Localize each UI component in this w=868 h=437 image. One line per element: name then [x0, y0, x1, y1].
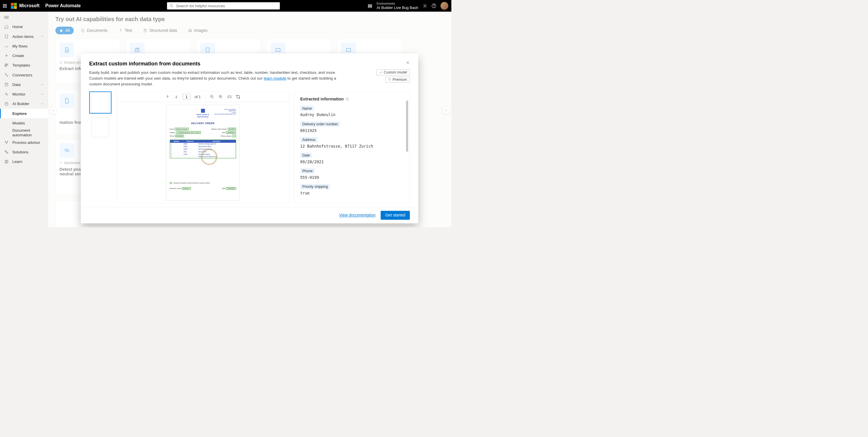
custom-model-badge: Custom model — [377, 69, 410, 75]
nav-models[interactable]: Models — [0, 118, 48, 128]
nav-connectors[interactable]: Connectors — [0, 70, 48, 80]
page-number-input[interactable] — [183, 94, 190, 99]
zoom-out-icon[interactable] — [210, 95, 214, 99]
extract-modal: Extract custom information from document… — [81, 54, 418, 223]
info-icon[interactable]: i — [346, 97, 349, 100]
fit-page-icon[interactable] — [236, 95, 241, 99]
svg-rect-52 — [228, 96, 231, 97]
svg-rect-2 — [368, 4, 372, 5]
settings-icon[interactable] — [423, 3, 427, 8]
search-box[interactable]: Search for helpful resources — [167, 2, 280, 9]
modal-title: Extract custom information from document… — [89, 61, 410, 67]
prev-page-icon[interactable] — [165, 95, 170, 99]
nav-solutions[interactable]: Solutions — [0, 147, 48, 157]
viewer-toolbar: of 1 — [117, 91, 289, 102]
svg-point-5 — [424, 5, 425, 6]
svg-rect-18 — [5, 102, 8, 105]
fit-width-icon[interactable] — [227, 95, 232, 99]
nav-process-advisor[interactable]: Process advisor — [0, 137, 48, 147]
field-priority-shipping: Priority shippingtrue — [300, 184, 410, 195]
svg-line-51 — [221, 97, 222, 98]
modal-footer: View documentation Get started — [81, 207, 418, 223]
svg-rect-13 — [5, 65, 6, 67]
svg-point-42 — [380, 72, 381, 73]
field-address: Address12 Bahnhofstrasse, 87117 Zurich — [300, 137, 410, 149]
svg-point-17 — [5, 83, 8, 84]
modal-description: Easily build, train and publish your own… — [81, 69, 345, 91]
svg-rect-11 — [5, 64, 6, 65]
svg-point-21 — [5, 141, 6, 142]
search-placeholder: Search for helpful resources — [176, 3, 225, 8]
scrollbar[interactable] — [406, 100, 408, 152]
app-launcher-icon[interactable] — [3, 4, 6, 7]
help-icon[interactable] — [431, 3, 436, 8]
field-date: Date09/28/2021 — [300, 153, 410, 164]
nav-doc-automation[interactable]: Document automation — [0, 128, 48, 137]
svg-point-23 — [6, 143, 7, 144]
environment-picker[interactable]: Environments AI Builder Live Bug Bash — [377, 2, 418, 10]
svg-rect-12 — [7, 64, 8, 65]
svg-line-47 — [213, 97, 214, 98]
field-delivery-order-number: Delivery order number6011925 — [300, 121, 410, 133]
svg-rect-3 — [368, 6, 372, 7]
premium-badge: Premium — [385, 77, 410, 83]
avatar[interactable] — [441, 2, 448, 10]
svg-rect-8 — [5, 35, 7, 38]
svg-line-16 — [6, 74, 7, 75]
page-thumbnails — [89, 91, 112, 204]
product-name: Power Automate — [45, 3, 81, 8]
nav-templates[interactable]: Templates — [0, 61, 48, 70]
svg-point-22 — [7, 141, 8, 142]
svg-point-0 — [170, 4, 172, 7]
nav-learn[interactable]: Learn — [0, 157, 48, 166]
nav-my-flows[interactable]: My flows — [0, 41, 48, 51]
nav-explore[interactable]: Explore — [0, 108, 48, 118]
global-header: Microsoft Power Automate Search for help… — [0, 0, 452, 12]
nav-create[interactable]: Create — [0, 51, 48, 61]
extracted-heading: Extracted information i — [300, 97, 410, 101]
thumbnail-1[interactable] — [89, 91, 112, 114]
nav-ai-builder[interactable]: AI Builder — [0, 99, 48, 108]
ms-name: Microsoft — [20, 3, 40, 8]
environments-icon[interactable] — [368, 3, 373, 8]
microsoft-logo — [11, 3, 17, 9]
document-viewer: of 1 45 Rue du Château 98052 Paris Franc… — [117, 91, 289, 204]
extracted-panel: Extracted information i NameAudrey Dumou… — [294, 91, 410, 204]
nav-monitor[interactable]: Monitor — [0, 89, 48, 99]
field-phone: Phone555-0199 — [300, 168, 410, 180]
left-nav: Home Action items My flows Create Templa… — [0, 12, 48, 227]
field-name: NameAudrey Dumoulin — [300, 106, 410, 117]
svg-point-19 — [6, 103, 6, 104]
svg-rect-24 — [5, 151, 6, 152]
nav-home[interactable]: Home — [0, 22, 48, 32]
svg-rect-4 — [368, 7, 372, 8]
nav-action-items[interactable]: Action items — [0, 32, 48, 41]
close-button[interactable] — [406, 61, 410, 65]
document-page[interactable]: 45 Rue du Château 98052 Paris France htt… — [166, 105, 240, 200]
next-page-icon[interactable] — [174, 95, 179, 99]
page-total: of 1 — [195, 95, 201, 99]
nav-collapse-button[interactable] — [0, 13, 48, 22]
nav-data[interactable]: Data — [0, 80, 48, 89]
svg-line-1 — [172, 6, 173, 7]
learn-module-link[interactable]: learn module — [264, 76, 286, 81]
svg-rect-25 — [7, 152, 8, 153]
thumbnail-2[interactable] — [89, 116, 112, 138]
view-documentation-link[interactable]: View documentation — [339, 213, 376, 218]
zoom-in-icon[interactable] — [219, 95, 223, 99]
svg-rect-53 — [237, 95, 239, 98]
get-started-button[interactable]: Get started — [381, 211, 410, 220]
